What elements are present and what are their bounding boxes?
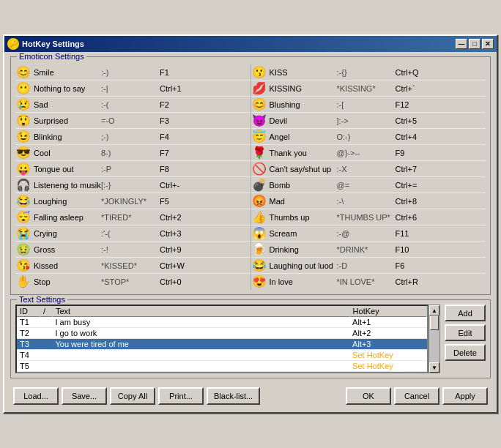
emoticon-name: Can't say/shut up <box>267 165 337 173</box>
text-scrollbar[interactable]: ▲ ▼ <box>428 305 440 373</box>
emoticon-row[interactable]: 💋 KISSING *KISSING* Ctrl+` <box>251 81 486 97</box>
emoticon-row[interactable]: 😊 Blushing :-[ F12 <box>251 97 486 113</box>
emoticon-name: Kissed <box>31 261 101 270</box>
emoticon-row[interactable]: 👍 Thumbs up *THUMBS UP* Ctrl+6 <box>251 209 486 225</box>
emoticon-hotkey: Ctrl+Q <box>396 68 447 77</box>
text-settings-group: Text Settings ID / Text HotKey <box>10 299 491 378</box>
emoticon-code: ;-) <box>101 132 160 141</box>
emoticon-row[interactable]: 😉 Blinking ;-) F4 <box>15 129 250 145</box>
emoticon-code: :'-( <box>101 229 160 238</box>
emoticon-hotkey: F3 <box>160 116 211 125</box>
emoticon-row[interactable]: 😭 Crying :'-( Ctrl+3 <box>15 225 250 242</box>
emoticon-row[interactable]: 😲 Surprised =-O F3 <box>15 113 250 129</box>
print-button[interactable]: Print... <box>158 387 204 405</box>
emoticon-name: Crying <box>31 229 101 238</box>
emoticon-icon: 🚫 <box>251 161 267 177</box>
emoticon-code: :-@ <box>337 229 396 238</box>
emoticon-name: Mad <box>267 197 337 206</box>
emoticon-icon: 😊 <box>15 64 31 81</box>
scroll-up-arrow[interactable]: ▲ <box>429 305 439 316</box>
table-row[interactable]: T4 Set HotKey <box>17 350 427 361</box>
emoticon-row[interactable]: 😴 Falling asleep *TIRED* Ctrl+2 <box>15 209 250 225</box>
emoticon-name: Blinking <box>31 132 101 141</box>
cell-id: T5 <box>17 361 40 372</box>
emoticon-code: :-) <box>101 68 160 77</box>
emoticon-code: :-( <box>101 100 160 109</box>
ok-button[interactable]: OK <box>346 387 391 405</box>
table-row[interactable]: T5 Set HotKey <box>17 361 427 372</box>
cell-id: T4 <box>17 350 40 361</box>
emoticon-row[interactable]: 😈 Devil ]:-> Ctrl+5 <box>251 113 486 129</box>
emoticon-code: [:-} <box>101 181 160 190</box>
edit-button[interactable]: Edit <box>445 324 486 341</box>
emoticon-row[interactable]: 😇 Angel O:-) Ctrl+4 <box>251 129 486 145</box>
emoticon-row[interactable]: 💣 Bomb @= Ctrl+= <box>251 177 486 193</box>
emoticon-hotkey: Ctrl+1 <box>160 84 211 93</box>
emoticon-name: Thumbs up <box>267 213 337 222</box>
cell-text: I am busy <box>52 317 349 328</box>
emoticon-hotkey: Ctrl+5 <box>396 116 447 125</box>
scroll-down-arrow[interactable]: ▼ <box>429 362 439 373</box>
cell-div <box>40 328 53 339</box>
black-list-button[interactable]: Black-list... <box>207 387 260 405</box>
emoticon-code: *IN LOVE* <box>337 277 396 286</box>
text-table: ID / Text HotKey T1 I am busy Alt+1 T2 I… <box>17 306 427 372</box>
emoticon-left-column: 😊 Smile :-) F1 😶 Nothing to say :-| Ctrl… <box>15 64 250 290</box>
emoticon-icon: 😂 <box>15 193 31 209</box>
emoticon-row[interactable]: 😶 Nothing to say :-| Ctrl+1 <box>15 81 250 97</box>
cell-hotkey: Set HotKey <box>349 350 426 361</box>
emoticon-hotkey: F5 <box>160 197 211 206</box>
main-window: 🔑 HotKey Settings — □ ✕ Emoticon Setting… <box>3 34 498 414</box>
text-table-body: T1 I am busy Alt+1 T2 I go to work Alt+2… <box>17 317 427 372</box>
table-row[interactable]: T3 You were tired of me Alt+3 <box>17 339 427 350</box>
maximize-button[interactable]: □ <box>469 39 480 49</box>
close-button[interactable]: ✕ <box>482 39 494 49</box>
emoticon-row[interactable]: 🚫 Can't say/shut up :-X Ctrl+7 <box>251 161 486 177</box>
emoticon-row[interactable]: 😍 In love *IN LOVE* Ctrl+R <box>251 274 486 290</box>
emoticon-row[interactable]: 🎧 Listeneng to musik [:-} Ctrl+- <box>15 177 250 193</box>
emoticon-icon: 😊 <box>251 97 267 113</box>
add-button[interactable]: Add <box>445 305 486 321</box>
emoticon-row[interactable]: 😘 Kissed *KISSED* Ctrl+W <box>15 258 250 274</box>
scroll-thumb[interactable] <box>430 316 439 330</box>
th-text[interactable]: Text <box>52 306 349 317</box>
emoticon-hotkey: Ctrl+W <box>160 261 211 270</box>
emoticon-row[interactable]: 😱 Scream :-@ F11 <box>251 225 486 242</box>
emoticon-row[interactable]: 😡 Mad :-\ Ctrl+8 <box>251 193 486 209</box>
emoticon-row[interactable]: 😢 Sad :-( F2 <box>15 97 250 113</box>
emoticon-row[interactable]: 😗 KISS :-{} Ctrl+Q <box>251 64 486 81</box>
emoticon-row[interactable]: ✋ Stop *STOP* Ctrl+0 <box>15 274 250 290</box>
table-row[interactable]: T1 I am busy Alt+1 <box>17 317 427 328</box>
load-button[interactable]: Load... <box>13 387 59 405</box>
cell-hotkey: Alt+1 <box>349 317 426 328</box>
emoticon-row[interactable]: 😛 Tongue out :-P F8 <box>15 161 250 177</box>
delete-button[interactable]: Delete <box>445 344 486 361</box>
titlebar-icon: 🔑 <box>7 38 19 50</box>
emoticon-row[interactable]: 😂 Laughing out luod :-D F6 <box>251 258 486 274</box>
emoticon-name: Bomb <box>267 181 337 190</box>
emoticon-row[interactable]: 😊 Smile :-) F1 <box>15 64 250 81</box>
emoticon-hotkey: F9 <box>396 149 447 157</box>
titlebar-buttons: — □ ✕ <box>456 39 494 49</box>
emoticon-row[interactable]: 😂 Loughing *JOKINGLY* F5 <box>15 193 250 209</box>
emoticon-row[interactable]: 🌹 Thank you @}->-- F9 <box>251 145 486 161</box>
emoticon-row[interactable]: 🤢 Gross :-! Ctrl+9 <box>15 242 250 258</box>
table-row[interactable]: T2 I go to work Alt+2 <box>17 328 427 339</box>
cell-div <box>40 339 53 350</box>
cancel-button[interactable]: Cancel <box>394 387 439 405</box>
copy-all-button[interactable]: Copy All <box>110 387 155 405</box>
save-button[interactable]: Save... <box>62 387 107 405</box>
emoticon-code: O:-) <box>337 132 396 141</box>
emoticon-row[interactable]: 😎 Cool 8-) F7 <box>15 145 250 161</box>
th-hotkey[interactable]: HotKey <box>349 306 426 317</box>
emoticon-row[interactable]: 🍺 Drinking *DRINK* F10 <box>251 242 486 258</box>
emoticon-icon: 😲 <box>15 113 31 129</box>
emoticon-hotkey: Ctrl+0 <box>160 277 211 286</box>
minimize-button[interactable]: — <box>456 39 467 49</box>
emoticon-icon: 😘 <box>15 258 31 274</box>
emoticon-code: *KISSED* <box>101 261 160 270</box>
th-id[interactable]: ID <box>17 306 40 317</box>
emoticon-icon: 🍺 <box>251 242 267 258</box>
emoticon-hotkey: F6 <box>396 261 447 270</box>
apply-button[interactable]: Apply <box>442 387 488 405</box>
